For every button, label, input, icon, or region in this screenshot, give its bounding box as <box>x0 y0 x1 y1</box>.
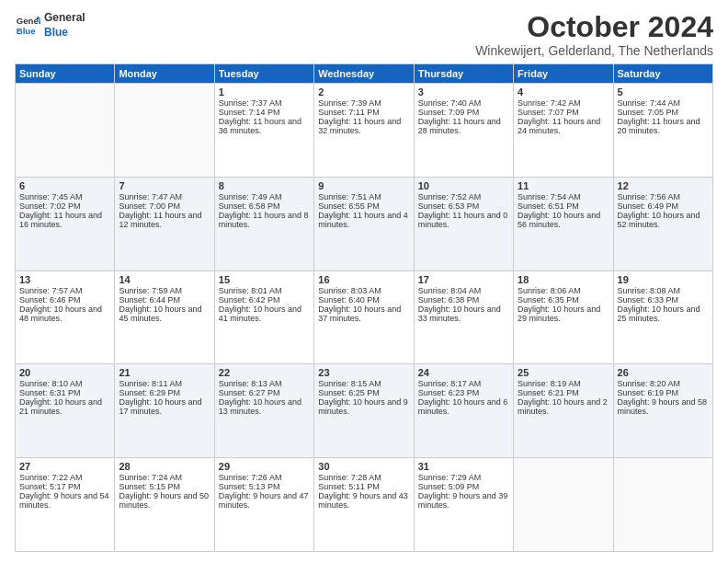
col-tuesday: Tuesday <box>214 64 313 84</box>
sunrise-text: Sunrise: 7:54 AM <box>518 192 581 201</box>
month-title: October 2024 <box>475 11 713 43</box>
daylight-text: Daylight: 10 hours and 25 minutes. <box>618 304 700 323</box>
sunset-text: Sunset: 5:13 PM <box>219 482 280 491</box>
daylight-text: Daylight: 10 hours and 9 minutes. <box>318 397 408 416</box>
sunset-text: Sunset: 6:19 PM <box>618 388 679 397</box>
calendar-table: Sunday Monday Tuesday Wednesday Thursday… <box>15 63 713 552</box>
calendar-week-row: 6Sunrise: 7:45 AMSunset: 7:02 PMDaylight… <box>16 177 713 270</box>
calendar-cell: 16Sunrise: 8:03 AMSunset: 6:40 PMDayligh… <box>314 270 414 364</box>
sunrise-text: Sunrise: 8:03 AM <box>318 286 381 295</box>
svg-text:General: General <box>17 16 40 26</box>
calendar-cell: 3Sunrise: 7:40 AMSunset: 7:09 PMDaylight… <box>414 84 513 178</box>
day-number: 3 <box>418 86 509 98</box>
day-number: 7 <box>119 180 210 191</box>
sunrise-text: Sunrise: 7:22 AM <box>19 473 83 482</box>
calendar-cell: 29Sunrise: 7:26 AMSunset: 5:13 PMDayligh… <box>214 458 313 552</box>
day-number: 14 <box>119 274 210 285</box>
calendar-cell: 7Sunrise: 7:47 AMSunset: 7:00 PMDaylight… <box>115 177 214 270</box>
calendar-cell <box>613 458 712 552</box>
sunrise-text: Sunrise: 7:29 AM <box>418 473 482 482</box>
day-number: 19 <box>618 274 709 285</box>
header-row: Sunday Monday Tuesday Wednesday Thursday… <box>16 64 713 84</box>
sunset-text: Sunset: 6:25 PM <box>318 388 380 397</box>
sunrise-text: Sunrise: 8:10 AM <box>19 379 83 388</box>
daylight-text: Daylight: 9 hours and 47 minutes. <box>219 491 309 510</box>
calendar-cell: 1Sunrise: 7:37 AMSunset: 7:14 PMDaylight… <box>214 84 313 178</box>
day-number: 25 <box>518 367 609 378</box>
sunrise-text: Sunrise: 8:08 AM <box>618 286 681 295</box>
sunrise-text: Sunrise: 7:52 AM <box>418 192 482 201</box>
day-number: 20 <box>19 367 110 378</box>
page: General Blue General Blue October 2024 W… <box>0 0 728 563</box>
col-saturday: Saturday <box>613 64 712 84</box>
sunset-text: Sunset: 7:14 PM <box>219 108 280 117</box>
daylight-text: Daylight: 10 hours and 6 minutes. <box>418 397 508 416</box>
sunset-text: Sunset: 6:44 PM <box>119 295 180 304</box>
sunset-text: Sunset: 6:33 PM <box>618 295 679 304</box>
calendar-cell: 15Sunrise: 8:01 AMSunset: 6:42 PMDayligh… <box>214 270 313 364</box>
title-block: October 2024 Winkewijert, Gelderland, Th… <box>475 11 713 58</box>
sunrise-text: Sunrise: 8:11 AM <box>119 379 182 388</box>
daylight-text: Daylight: 10 hours and 41 minutes. <box>219 304 301 323</box>
sunrise-text: Sunrise: 8:19 AM <box>518 379 581 388</box>
daylight-text: Daylight: 11 hours and 4 minutes. <box>318 211 408 229</box>
sunrise-text: Sunrise: 7:57 AM <box>19 286 83 295</box>
daylight-text: Daylight: 9 hours and 58 minutes. <box>618 397 708 416</box>
day-number: 23 <box>318 367 409 378</box>
sunset-text: Sunset: 6:21 PM <box>518 388 579 397</box>
sunrise-text: Sunrise: 7:24 AM <box>119 473 182 482</box>
day-number: 27 <box>19 461 110 472</box>
sunset-text: Sunset: 7:07 PM <box>518 108 579 117</box>
calendar-cell: 31Sunrise: 7:29 AMSunset: 5:09 PMDayligh… <box>414 458 513 552</box>
calendar-cell: 2Sunrise: 7:39 AMSunset: 7:11 PMDaylight… <box>314 84 414 178</box>
calendar-week-row: 20Sunrise: 8:10 AMSunset: 6:31 PMDayligh… <box>16 364 713 458</box>
daylight-text: Daylight: 10 hours and 37 minutes. <box>318 304 401 323</box>
sunrise-text: Sunrise: 7:51 AM <box>318 192 381 201</box>
calendar-week-row: 1Sunrise: 7:37 AMSunset: 7:14 PMDaylight… <box>16 84 713 178</box>
sunrise-text: Sunrise: 7:28 AM <box>318 473 381 482</box>
calendar-cell: 4Sunrise: 7:42 AMSunset: 7:07 PMDaylight… <box>514 84 613 178</box>
sunrise-text: Sunrise: 7:42 AM <box>518 98 581 108</box>
daylight-text: Daylight: 10 hours and 21 minutes. <box>19 397 102 416</box>
calendar-cell: 24Sunrise: 8:17 AMSunset: 6:23 PMDayligh… <box>414 364 513 458</box>
day-number: 10 <box>418 180 509 191</box>
daylight-text: Daylight: 10 hours and 52 minutes. <box>618 211 700 229</box>
day-number: 22 <box>219 367 310 378</box>
day-number: 24 <box>418 367 509 378</box>
day-number: 21 <box>119 367 210 378</box>
daylight-text: Daylight: 10 hours and 56 minutes. <box>518 211 600 229</box>
day-number: 16 <box>318 274 409 285</box>
daylight-text: Daylight: 11 hours and 0 minutes. <box>418 211 508 229</box>
sunset-text: Sunset: 6:42 PM <box>219 295 280 304</box>
calendar-cell: 19Sunrise: 8:08 AMSunset: 6:33 PMDayligh… <box>613 270 712 364</box>
sunset-text: Sunset: 6:58 PM <box>219 201 280 211</box>
calendar-cell <box>514 458 613 552</box>
sunset-text: Sunset: 5:17 PM <box>19 482 81 491</box>
sunset-text: Sunset: 6:29 PM <box>119 388 180 397</box>
day-number: 4 <box>518 86 609 98</box>
sunset-text: Sunset: 7:11 PM <box>318 108 380 117</box>
svg-text:Blue: Blue <box>17 25 36 35</box>
sunset-text: Sunset: 7:09 PM <box>418 108 480 117</box>
calendar-cell <box>115 84 214 178</box>
daylight-text: Daylight: 11 hours and 36 minutes. <box>219 117 301 135</box>
sunset-text: Sunset: 7:00 PM <box>119 201 180 211</box>
col-wednesday: Wednesday <box>314 64 414 84</box>
daylight-text: Daylight: 9 hours and 39 minutes. <box>418 491 508 510</box>
sunset-text: Sunset: 6:35 PM <box>518 295 579 304</box>
calendar-cell: 26Sunrise: 8:20 AMSunset: 6:19 PMDayligh… <box>613 364 712 458</box>
calendar-cell: 10Sunrise: 7:52 AMSunset: 6:53 PMDayligh… <box>414 177 513 270</box>
sunrise-text: Sunrise: 8:15 AM <box>318 379 381 388</box>
sunset-text: Sunset: 5:11 PM <box>318 482 380 491</box>
sunset-text: Sunset: 6:46 PM <box>19 295 81 304</box>
calendar-cell: 6Sunrise: 7:45 AMSunset: 7:02 PMDaylight… <box>16 177 115 270</box>
daylight-text: Daylight: 11 hours and 20 minutes. <box>618 117 700 135</box>
day-number: 30 <box>318 461 409 472</box>
calendar-cell: 14Sunrise: 7:59 AMSunset: 6:44 PMDayligh… <box>115 270 214 364</box>
calendar-cell: 28Sunrise: 7:24 AMSunset: 5:15 PMDayligh… <box>115 458 214 552</box>
day-number: 5 <box>618 86 709 98</box>
daylight-text: Daylight: 10 hours and 2 minutes. <box>518 397 608 416</box>
sunset-text: Sunset: 7:05 PM <box>618 108 679 117</box>
daylight-text: Daylight: 9 hours and 54 minutes. <box>19 491 109 510</box>
calendar-cell: 11Sunrise: 7:54 AMSunset: 6:51 PMDayligh… <box>514 177 613 270</box>
